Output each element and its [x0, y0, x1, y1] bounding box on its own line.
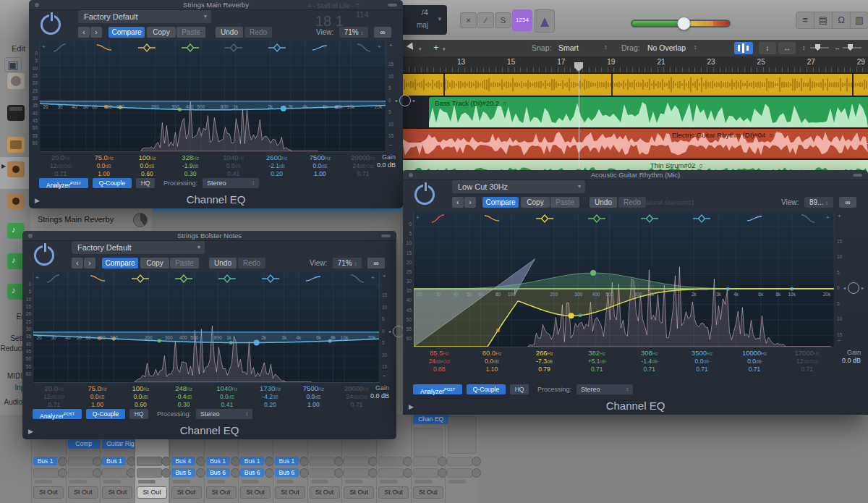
- band-3-bell-icon[interactable]: [137, 43, 156, 53]
- send-slot-empty[interactable]: [310, 468, 335, 478]
- acoustic-guitar-icon-2[interactable]: [7, 193, 25, 209]
- compare-button[interactable]: Compare: [102, 258, 138, 269]
- output-button[interactable]: St Out: [68, 486, 98, 499]
- view-stepper[interactable]: 89...↕: [804, 197, 833, 208]
- band-1-values[interactable]: 20.0Hz12dB/Oct0.71: [38, 153, 84, 178]
- band-7-values[interactable]: 10000Hz0.0dB0.71: [731, 349, 778, 373]
- band-7-highshelf-icon[interactable]: [745, 214, 764, 224]
- undo-button[interactable]: Undo: [590, 197, 617, 208]
- copy-button[interactable]: Copy: [140, 258, 169, 269]
- output-button[interactable]: St Out: [310, 486, 340, 499]
- browsers-icon[interactable]: ▥: [851, 12, 868, 28]
- undo-button[interactable]: Undo: [209, 258, 237, 269]
- q-couple-button[interactable]: Q-Couple: [467, 384, 506, 394]
- view-stepper[interactable]: 71%↕: [339, 27, 368, 38]
- hq-button[interactable]: HQ: [510, 384, 529, 394]
- band-3-bell-icon[interactable]: [535, 214, 554, 224]
- send-slot-empty[interactable]: [413, 457, 438, 466]
- processing-select[interactable]: Stereo↕: [203, 178, 259, 188]
- pan-knob[interactable]: [133, 213, 148, 227]
- send-slot-empty[interactable]: [447, 468, 472, 478]
- playhead-line[interactable]: [579, 62, 579, 171]
- disclosure-icon[interactable]: ▶: [28, 428, 33, 435]
- drag-stepper-icon[interactable]: ↕: [694, 43, 697, 51]
- band-2-lowshelf-icon[interactable]: [482, 214, 501, 224]
- drag-select[interactable]: No Overlap: [647, 43, 686, 52]
- band-3-values[interactable]: 100Hz0.0dB0.60: [124, 153, 170, 178]
- send-bus-button[interactable]: Bus 6: [240, 468, 264, 477]
- analyzer-mode[interactable]: POST: [64, 412, 75, 416]
- eq-graph[interactable]: 2030405060801002003004005008001k2k3k4k6k…: [413, 211, 835, 347]
- send-bus-button[interactable]: Bus 1: [240, 457, 264, 465]
- crosshair-tool-chevron-icon[interactable]: ▾: [443, 46, 446, 52]
- output-button[interactable]: St Out: [275, 486, 305, 499]
- analyzer-mode[interactable]: POST: [444, 387, 455, 392]
- band-1-highpass-icon[interactable]: [45, 274, 64, 284]
- band-2-values[interactable]: 75.0Hz0.0dB1.00: [81, 153, 127, 178]
- band-8-values[interactable]: 17000Hz12dB/Oct0.71: [784, 349, 830, 373]
- processing-stepper-icon[interactable]: ↕: [246, 409, 249, 419]
- output-button[interactable]: St Out: [413, 486, 443, 499]
- paste-button[interactable]: Paste: [170, 258, 199, 269]
- band-3-values[interactable]: 100Hz0.0dB0.60: [117, 384, 163, 409]
- plugin-slot-button[interactable]: Guitar Rig: [102, 439, 138, 449]
- send-slot-empty[interactable]: [378, 457, 404, 466]
- band-7-highshelf-icon[interactable]: [310, 43, 329, 53]
- band-7-values[interactable]: 7500Hz0.0dB1.00: [290, 384, 336, 409]
- hq-button[interactable]: HQ: [129, 409, 148, 419]
- shield-icon[interactable]: ×: [460, 12, 477, 28]
- next-button[interactable]: ›: [464, 197, 476, 208]
- band-2-lowshelf-icon[interactable]: [88, 274, 107, 284]
- send-slot-empty[interactable]: [102, 468, 127, 478]
- link-button[interactable]: ∞: [367, 258, 385, 269]
- window-title-bar[interactable]: Strings Bolster Notes: [22, 231, 396, 241]
- gain-knob[interactable]: ◂▸: [399, 95, 411, 106]
- prev-button[interactable]: ‹: [452, 197, 464, 208]
- band-8-lowpass-icon[interactable]: [354, 43, 373, 53]
- band-4-values[interactable]: 248Hz-0.4dB0.30: [161, 384, 207, 409]
- preset-select[interactable]: Low Cut 30Hz▾: [452, 180, 585, 193]
- processing-stepper-icon[interactable]: ↕: [252, 178, 255, 188]
- prev-button[interactable]: ‹: [72, 258, 83, 269]
- region-strings[interactable]: [403, 72, 868, 96]
- send-slot-empty[interactable]: [68, 457, 93, 466]
- output-button[interactable]: St Out: [206, 486, 237, 499]
- band-5-values[interactable]: 1040Hz0.0dB0.41: [204, 384, 250, 409]
- power-button[interactable]: [41, 14, 61, 35]
- count-in-button[interactable]: 1234: [512, 9, 532, 31]
- eq-graph[interactable]: 2030405060801002003004005008001k2k3k4k6k…: [33, 271, 380, 383]
- send-bus-button[interactable]: Bus 1: [275, 457, 299, 465]
- compare-button[interactable]: Compare: [482, 197, 519, 208]
- band-4-bell-icon[interactable]: [174, 274, 193, 284]
- send-bus-button[interactable]: Bus 4: [171, 457, 195, 465]
- next-button[interactable]: ›: [90, 27, 102, 38]
- track-header-strings-main[interactable]: Strings Main Reverby: [30, 208, 152, 232]
- master-gain-values[interactable]: Gain0.0 dB: [362, 153, 396, 169]
- waveform-zoom-button[interactable]: [734, 42, 753, 54]
- band-5-bell-icon[interactable]: [218, 274, 237, 284]
- send-bus-button[interactable]: Bus 1: [33, 457, 57, 465]
- window-close-dot[interactable]: [35, 3, 39, 7]
- band-6-bell-icon[interactable]: [261, 274, 280, 284]
- band-4-values[interactable]: 328Hz-1.9dB0.30: [167, 153, 213, 178]
- plugin-slot-empty[interactable]: [414, 428, 443, 457]
- lane-bass[interactable]: Bass Track (DI)#20.2○: [403, 96, 868, 127]
- view-stepper-icon[interactable]: ↕: [825, 200, 828, 206]
- view-stepper-icon[interactable]: ↕: [354, 261, 357, 266]
- window-zoom-pill[interactable]: [381, 234, 391, 237]
- send-bus-button[interactable]: Bus 6: [275, 468, 299, 477]
- note-pads-icon[interactable]: ▤: [814, 12, 833, 28]
- send-slot-empty[interactable]: [137, 457, 162, 466]
- window-close-dot[interactable]: [409, 173, 413, 177]
- analyzer-mode[interactable]: POST: [70, 181, 81, 185]
- send-slot-empty[interactable]: [413, 468, 438, 478]
- disclosure-icon[interactable]: ▶: [409, 403, 414, 410]
- band-1-highpass-icon[interactable]: [51, 43, 70, 53]
- band-6-values[interactable]: 2600Hz-2.1dB0.20: [254, 153, 300, 178]
- band-7-highshelf-icon[interactable]: [304, 274, 323, 284]
- prev-button[interactable]: ‹: [78, 27, 90, 38]
- redo-button[interactable]: Redo: [238, 258, 265, 269]
- region-electric-guitar[interactable]: Electric Guitar Rhythm (DI)#04○: [403, 127, 868, 158]
- band-2-lowshelf-icon[interactable]: [95, 43, 114, 53]
- send-slot-empty[interactable]: [33, 468, 59, 478]
